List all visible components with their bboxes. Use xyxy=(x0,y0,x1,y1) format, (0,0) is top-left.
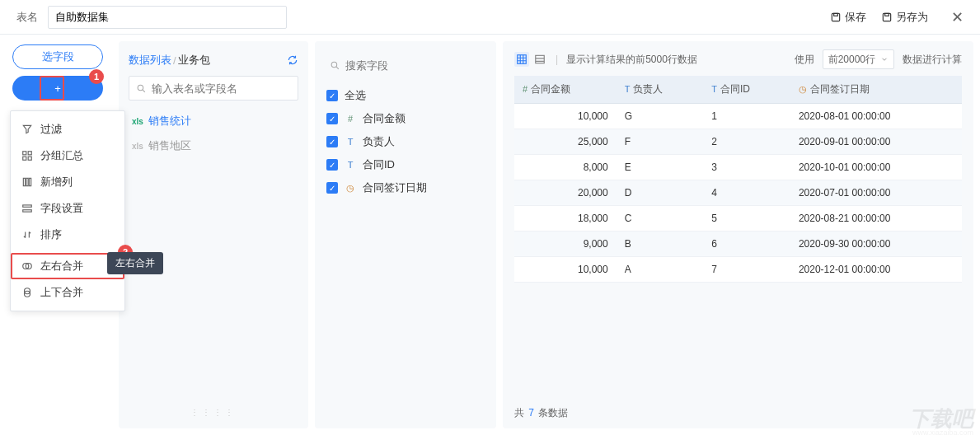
field-contract-id[interactable]: ✓ T 合同ID xyxy=(325,153,486,176)
svg-rect-4 xyxy=(23,152,26,155)
col-id[interactable]: T合同ID xyxy=(703,76,790,104)
cell-date: 2020-08-21 00:00:00 xyxy=(790,206,962,232)
cell-id: 1 xyxy=(703,104,790,129)
footer-suffix: 条数据 xyxy=(538,407,568,419)
refresh-icon xyxy=(287,54,298,66)
table-search-input[interactable] xyxy=(152,82,291,95)
menu-hjoin-label: 左右合并 xyxy=(40,259,83,274)
cell-date: 2020-09-30 00:00:00 xyxy=(790,232,962,257)
search-icon xyxy=(136,83,147,94)
menu-sort-label: 排序 xyxy=(40,227,62,242)
field-label: 负责人 xyxy=(363,134,395,149)
table-row[interactable]: 18,000C52020-08-21 00:00:00 xyxy=(514,206,962,232)
table-row[interactable]: 9,000B62020-09-30 00:00:00 xyxy=(514,232,962,257)
save-as-icon xyxy=(881,12,893,23)
text-type-icon: T xyxy=(625,84,631,94)
callout-badge-1: 1 xyxy=(89,69,104,84)
table-search[interactable] xyxy=(129,76,298,101)
menu-vjoin[interactable]: 上下合并 xyxy=(11,279,124,306)
cell-amount: 18,000 xyxy=(514,206,617,232)
filter-icon xyxy=(21,124,34,135)
cell-date: 2020-09-01 00:00:00 xyxy=(790,129,962,155)
cell-id: 4 xyxy=(703,180,790,206)
col-amount[interactable]: #合同金额 xyxy=(514,76,617,104)
menu-group-label: 分组汇总 xyxy=(40,148,83,163)
table-name-input[interactable] xyxy=(48,6,287,29)
menu-sort[interactable]: 排序 xyxy=(11,222,124,248)
tab-data-list[interactable]: 数据列表 xyxy=(129,53,171,68)
table-item-sales-region[interactable]: xls 销售地区 xyxy=(129,133,298,158)
drag-handle[interactable]: ⋮⋮⋮⋮ xyxy=(129,408,298,417)
list-view-button[interactable] xyxy=(532,52,547,67)
field-search-input[interactable] xyxy=(345,59,484,72)
tab-separator: / xyxy=(173,54,176,67)
cell-person: F xyxy=(617,129,704,155)
cell-person: D xyxy=(617,180,704,206)
cell-person: G xyxy=(617,104,704,129)
cell-amount: 9,000 xyxy=(514,232,617,257)
preview-footer: 共 7 条数据 xyxy=(514,398,962,420)
field-sign-date[interactable]: ✓ ◷ 合同签订日期 xyxy=(325,176,486,199)
cell-amount: 25,000 xyxy=(514,129,617,155)
tables-panel: 数据列表 / 业务包 xls 销售统计 xls 销售地区 ⋮⋮⋮⋮ xyxy=(119,41,308,428)
table-row[interactable]: 25,000F22020-09-01 00:00:00 xyxy=(514,129,962,155)
close-button[interactable]: ✕ xyxy=(951,8,964,26)
menu-group[interactable]: 分组汇总 xyxy=(11,143,124,169)
col-person[interactable]: T负责人 xyxy=(617,76,704,104)
save-button[interactable]: 保存 xyxy=(830,10,866,25)
chevron-down-icon xyxy=(880,55,889,63)
select-fields-button[interactable]: 选字段 xyxy=(12,44,103,69)
table-row[interactable]: 10,000G12020-08-01 00:00:00 xyxy=(514,104,962,129)
cell-date: 2020-12-01 00:00:00 xyxy=(790,257,962,283)
cell-date: 2020-10-01 00:00:00 xyxy=(790,155,962,180)
menu-newcol[interactable]: 新增列 xyxy=(11,169,124,195)
checkbox-icon: ✓ xyxy=(326,90,338,101)
table-row[interactable]: 8,000E32020-10-01 00:00:00 xyxy=(514,155,962,180)
table-item-label: 销售统计 xyxy=(148,114,191,129)
text-type-icon: T xyxy=(345,137,356,147)
cell-id: 3 xyxy=(703,155,790,180)
preview-hint: 显示计算结果的前5000行数据 xyxy=(566,53,697,67)
refresh-button[interactable] xyxy=(287,54,298,66)
tab-biz-pkg[interactable]: 业务包 xyxy=(178,53,210,68)
menu-filter-label: 过滤 xyxy=(40,122,62,137)
cell-date: 2020-07-01 00:00:00 xyxy=(790,180,962,206)
cell-amount: 8,000 xyxy=(514,155,617,180)
save-icon xyxy=(830,12,842,23)
list-icon xyxy=(534,54,546,65)
field-select-all[interactable]: ✓ 全选 xyxy=(325,84,486,107)
col-date[interactable]: ◷合同签订日期 xyxy=(790,76,962,104)
svg-rect-9 xyxy=(26,178,28,185)
save-as-label: 另存为 xyxy=(896,10,928,25)
table-row[interactable]: 10,000A72020-12-01 00:00:00 xyxy=(514,257,962,283)
rows-select[interactable]: 前20000行 xyxy=(823,49,894,69)
field-search[interactable] xyxy=(325,53,486,77)
menu-newcol-label: 新增列 xyxy=(40,175,73,189)
field-label: 合同金额 xyxy=(363,111,406,126)
group-icon xyxy=(21,150,34,161)
table-row[interactable]: 20,000D42020-07-01 00:00:00 xyxy=(514,180,962,206)
svg-rect-10 xyxy=(29,178,30,185)
fieldset-icon xyxy=(21,203,34,214)
table-header-row: #合同金额 T负责人 T合同ID ◷合同签订日期 xyxy=(514,76,962,104)
field-person[interactable]: ✓ T 负责人 xyxy=(325,130,486,153)
cell-id: 2 xyxy=(703,129,790,155)
newcol-icon xyxy=(21,176,34,188)
table-item-sales-stats[interactable]: xls 销售统计 xyxy=(129,109,298,133)
menu-fieldset[interactable]: 字段设置 xyxy=(11,195,124,222)
data-table: #合同金额 T负责人 T合同ID ◷合同签订日期 10,000G12020-08… xyxy=(514,76,962,283)
save-as-button[interactable]: 另存为 xyxy=(881,10,928,25)
svg-rect-7 xyxy=(28,157,31,160)
checkbox-icon: ✓ xyxy=(326,113,338,124)
svg-rect-12 xyxy=(23,210,32,212)
number-type-icon: # xyxy=(345,114,356,124)
menu-fieldset-label: 字段设置 xyxy=(40,201,83,216)
field-amount[interactable]: ✓ # 合同金额 xyxy=(325,107,486,130)
xls-icon: xls xyxy=(132,142,143,151)
vjoin-icon xyxy=(21,287,34,298)
cell-amount: 10,000 xyxy=(514,257,617,283)
svg-rect-2 xyxy=(883,13,890,21)
grid-view-button[interactable] xyxy=(514,52,529,67)
grid-icon xyxy=(516,54,528,65)
menu-filter[interactable]: 过滤 xyxy=(11,116,124,143)
